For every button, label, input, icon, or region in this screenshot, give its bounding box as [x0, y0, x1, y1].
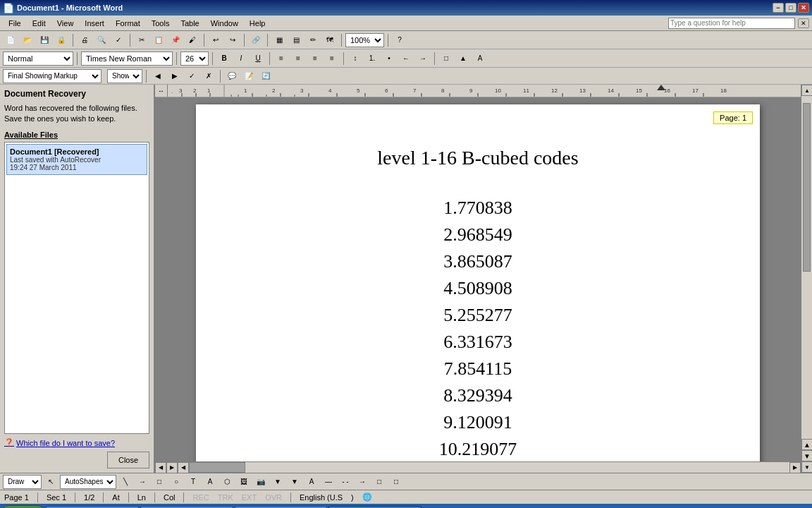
line-color-button[interactable]: ▼ — [287, 475, 302, 489]
text-box-tool[interactable]: T — [185, 475, 201, 489]
accept-button[interactable]: ✓ — [184, 69, 199, 83]
svg-text:6: 6 — [385, 87, 388, 94]
prev-change-button[interactable]: ◀ — [150, 69, 166, 83]
font-dropdown[interactable]: Times New Roman — [81, 52, 173, 66]
oval-tool[interactable]: ○ — [168, 475, 184, 489]
select-tool[interactable]: ↖ — [43, 475, 59, 489]
next-page-button[interactable]: ▶ — [166, 462, 178, 473]
arrow-tool[interactable]: → — [135, 475, 150, 489]
align-left-button[interactable]: ≡ — [273, 52, 289, 66]
bold-button[interactable]: B — [216, 52, 232, 66]
ruler-corner-button[interactable]: ↔ — [155, 85, 168, 97]
picture-tool[interactable]: 📷 — [253, 475, 269, 489]
wordart-tool[interactable]: A — [202, 475, 218, 489]
3d-button[interactable]: □ — [388, 475, 404, 489]
start-button[interactable]: ⊞ start — [1, 505, 44, 508]
next-change-button[interactable]: ▶ — [167, 69, 183, 83]
font-color-button[interactable]: A — [472, 52, 488, 66]
hyperlink-button[interactable]: 🔗 — [248, 33, 264, 47]
prev-page-button[interactable]: ◀ — [155, 462, 166, 473]
show-dropdown[interactable]: Show — [107, 69, 142, 83]
decrease-indent-button[interactable]: ← — [398, 52, 414, 66]
zoom-dropdown[interactable]: 100% — [345, 33, 384, 47]
align-center-button[interactable]: ≡ — [290, 52, 306, 66]
scroll-prev-page[interactable]: ▲ — [801, 439, 812, 450]
numbering-button[interactable]: 1. — [364, 52, 380, 66]
style-dropdown[interactable]: Normal — [3, 52, 73, 66]
minimize-button[interactable]: − — [773, 3, 784, 13]
size-dropdown[interactable]: 26 — [180, 52, 209, 66]
print-button[interactable]: 🖨 — [77, 33, 92, 47]
drawing-button[interactable]: ✏ — [305, 33, 321, 47]
spelling-button[interactable]: ✓ — [111, 33, 126, 47]
line-tool[interactable]: ╲ — [118, 475, 133, 489]
menu-table[interactable]: Table — [175, 18, 204, 29]
new-comment-button[interactable]: 💬 — [224, 69, 240, 83]
increase-indent-button[interactable]: → — [415, 52, 431, 66]
autoshapes-dropdown[interactable]: AutoShapes — [60, 475, 116, 489]
help-input[interactable] — [668, 18, 795, 29]
copy-button[interactable]: 📋 — [151, 33, 166, 47]
open-button[interactable]: 📂 — [20, 33, 35, 47]
maximize-button[interactable]: □ — [785, 3, 796, 13]
table-button[interactable]: ▦ — [271, 33, 287, 47]
scroll-next-page[interactable]: ▼ — [801, 450, 812, 461]
shadow-button[interactable]: □ — [371, 475, 387, 489]
menu-help[interactable]: Help — [244, 18, 271, 29]
redo-button[interactable]: ↪ — [225, 33, 240, 47]
scroll-down-button[interactable]: ▼ — [801, 461, 812, 473]
italic-button[interactable]: I — [233, 52, 249, 66]
rectangle-tool[interactable]: □ — [152, 475, 167, 489]
markup-mode-dropdown[interactable]: Final Showing Markup — [3, 69, 102, 83]
underline-button[interactable]: U — [250, 52, 266, 66]
fill-color-button[interactable]: ▼ — [270, 475, 285, 489]
highlight-button[interactable]: ▲ — [455, 52, 471, 66]
arrow-style-button[interactable]: → — [355, 475, 370, 489]
reject-button[interactable]: ✗ — [201, 69, 216, 83]
scroll-up-button[interactable]: ▲ — [801, 85, 812, 96]
help-close-button[interactable]: ✕ — [798, 18, 809, 28]
insert-comment-button[interactable]: 📝 — [241, 69, 257, 83]
diagram-tool[interactable]: ⬡ — [219, 475, 235, 489]
font-color-btn2[interactable]: A — [304, 475, 319, 489]
clip-art-tool[interactable]: 🖼 — [236, 475, 252, 489]
scroll-right-button[interactable]: ▶ — [789, 462, 801, 473]
which-file-link[interactable]: ❓ Which file do I want to save? — [4, 438, 149, 447]
menu-format[interactable]: Format — [110, 18, 146, 29]
align-right-button[interactable]: ≡ — [307, 52, 323, 66]
document-numbers: 1.770838 2.968549 3.865087 4.508908 5.25… — [252, 198, 703, 461]
new-button[interactable]: 📄 — [3, 33, 18, 47]
close-button[interactable]: ✕ — [798, 3, 809, 13]
scroll-left-button[interactable]: ◀ — [178, 462, 189, 473]
help-btn[interactable]: ? — [392, 33, 407, 47]
columns-button[interactable]: ▤ — [288, 33, 304, 47]
recovered-file-item[interactable]: Document1 [Recovered] Last saved with Au… — [6, 144, 147, 175]
number-6: 6.331673 — [252, 332, 703, 353]
menu-edit[interactable]: Edit — [27, 18, 51, 29]
border-button[interactable]: □ — [438, 52, 454, 66]
scroll-track[interactable] — [801, 272, 812, 439]
menu-window[interactable]: Window — [205, 18, 244, 29]
dash-style-button[interactable]: - - — [338, 475, 353, 489]
menu-tools[interactable]: Tools — [146, 18, 176, 29]
doc-map-button[interactable]: 🗺 — [322, 33, 338, 47]
horiz-scroll-track[interactable] — [189, 462, 789, 473]
track-changes-button[interactable]: 🔄 — [258, 69, 273, 83]
justify-button[interactable]: ≡ — [324, 52, 340, 66]
line-style-button[interactable]: — — [321, 475, 336, 489]
save-button[interactable]: 💾 — [37, 33, 52, 47]
page-scroll[interactable]: Page: 1 level 1-16 B-cubed codes 1.77083… — [155, 97, 801, 461]
bullets-button[interactable]: • — [381, 52, 397, 66]
line-spacing-button[interactable]: ↕ — [347, 52, 363, 66]
permissions-button[interactable]: 🔒 — [54, 33, 69, 47]
draw-dropdown[interactable]: Draw — [3, 475, 42, 489]
cut-button[interactable]: ✂ — [134, 33, 149, 47]
recovery-close-button[interactable]: Close — [107, 452, 149, 468]
menu-view[interactable]: View — [51, 18, 80, 29]
menu-file[interactable]: File — [3, 18, 27, 29]
undo-button[interactable]: ↩ — [208, 33, 223, 47]
print-preview-button[interactable]: 🔍 — [94, 33, 109, 47]
menu-insert[interactable]: Insert — [79, 18, 110, 29]
paste-button[interactable]: 📌 — [168, 33, 183, 47]
format-painter-button[interactable]: 🖌 — [185, 33, 200, 47]
